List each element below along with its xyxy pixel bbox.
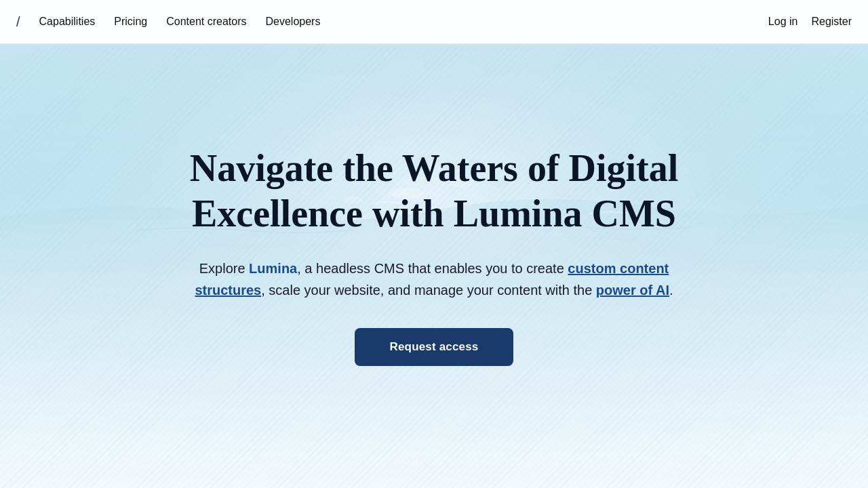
nav-developers[interactable]: Developers [265,16,320,28]
power-of-ai-link[interactable]: power of AI [596,283,669,298]
nav-pricing[interactable]: Pricing [114,16,147,28]
hero-desc-final: . [669,283,673,298]
hero-title: Navigate the Waters of Digital Excellenc… [163,146,705,235]
hero-desc-middle: , a headless CMS that enables you to cre… [297,261,568,276]
nav-capabilities[interactable]: Capabilities [39,16,96,28]
nav-content-creators[interactable]: Content creators [166,16,246,28]
login-link[interactable]: Log in [768,16,798,28]
nav-right: Log in Register [768,16,852,28]
hero-desc-end: , scale your website, and manage your co… [261,283,596,298]
lumina-link[interactable]: Lumina [249,261,297,276]
hero-section: Navigate the Waters of Digital Excellenc… [0,0,868,488]
register-link[interactable]: Register [811,16,852,28]
navbar: / Capabilities Pricing Content creators … [0,0,868,44]
hero-content: Navigate the Waters of Digital Excellenc… [163,146,705,365]
nav-left: / Capabilities Pricing Content creators … [16,14,768,30]
request-access-button[interactable]: Request access [355,328,514,366]
hero-desc-prefix: Explore [199,261,249,276]
hero-description: Explore Lumina, a headless CMS that enab… [163,258,705,301]
nav-home-slash[interactable]: / [16,14,20,30]
